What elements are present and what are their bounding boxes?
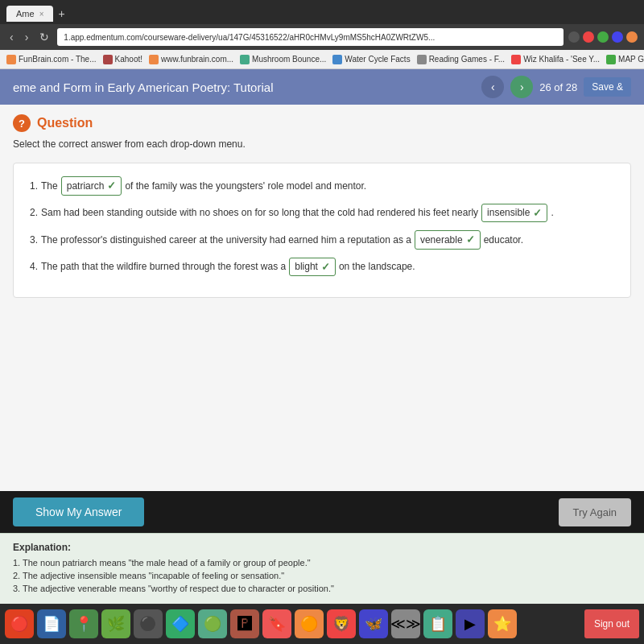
question-item-3: 3. The professor's distinguished career … [30,230,614,250]
item1-answer-text: patriarch [67,179,105,193]
bookmark-icon-map [606,55,616,64]
question-item-1: 1. The patriarch ✓ of the family was the… [30,176,614,196]
item2-answer-text: insensible [487,205,530,220]
taskbar-icon-14[interactable]: 📋 [423,609,452,638]
bookmark-water[interactable]: Water Cycle Facts [332,55,410,64]
answer-buttons-row: Show My Answer Try Again [0,491,644,533]
active-tab[interactable]: Ame × [6,6,53,22]
bookmark-icon-mushroom [240,55,250,64]
bookmark-icon-kahoot [103,55,113,64]
item1-after: of the family was the youngsters' role m… [125,179,366,193]
content-area: ? Question Select the correct answer fro… [0,105,644,491]
show-answer-button[interactable]: Show My Answer [13,497,144,526]
taskbar-icon-3[interactable]: 📍 [69,609,98,638]
item4-number: 4. [30,259,38,274]
bookmark-icon-wiz [511,55,521,64]
browser-icon-5 [626,31,638,43]
bookmark-icon-funbrain2 [149,55,159,64]
taskbar-icon-12[interactable]: 🦋 [359,609,388,638]
save-button[interactable]: Save & [584,77,631,97]
try-again-button[interactable]: Try Again [559,498,631,526]
question-item-4: 4. The path that the wildfire burned thr… [30,258,614,277]
next-page-btn[interactable]: › [510,76,533,98]
item4-after: on the landscape. [339,259,415,274]
explanation-title: Explanation: [13,542,631,553]
taskbar-icon-9[interactable]: 🔖 [262,609,291,638]
bookmark-wiz[interactable]: Wiz Khalifa - 'See Y... [511,55,600,64]
bookmark-icon-reading [417,55,427,64]
progress-indicator: 26 of 28 [539,81,577,93]
sign-out-button[interactable]: Sign out [584,609,639,638]
question-label: Question [37,116,93,130]
bookmark-mushroom[interactable]: Mushroom Bounce... [240,55,326,64]
taskbar: 🔴 📄 📍 🌿 ⚫ 🔷 🟢 🅿 🔖 🟠 🦁 🦋 ≪≫ 📋 ▶ ⭐ Sign ou… [0,604,644,644]
item1-check-icon: ✓ [107,178,116,194]
browser-icon-4 [612,31,623,43]
refresh-btn[interactable]: ↻ [36,29,52,45]
question-box: 1. The patriarch ✓ of the family was the… [13,163,631,298]
item3-before: The professor's distinguished career at … [41,233,411,247]
address-text: 1.app.edmentum.com/courseware-delivery/u… [64,33,435,42]
taskbar-icon-15[interactable]: ▶ [456,609,485,638]
taskbar-icon-16[interactable]: ⭐ [488,609,517,638]
bookmark-reading[interactable]: Reading Games - F... [417,55,505,64]
taskbar-icon-2[interactable]: 📄 [37,609,66,638]
item2-before: Sam had been standing outside with no sh… [41,205,478,220]
taskbar-icon-11[interactable]: 🦁 [327,609,356,638]
taskbar-icon-10[interactable]: 🟠 [295,609,324,638]
page-header: eme and Form in Early American Poetry: T… [0,69,644,105]
item3-answer-text: venerable [420,233,463,247]
new-tab-btn[interactable]: + [58,7,64,20]
tab-label: Ame [16,9,35,19]
browser-chrome: Ame × + ‹ › ↻ 1.app.edmentum.com/coursew… [0,0,644,69]
bookmark-map[interactable]: MAP Gr... [606,55,644,64]
taskbar-icon-7[interactable]: 🟢 [198,609,227,638]
explanation-item-3: 3. The adjective venerable means "worthy… [13,584,631,593]
address-bar-row: ‹ › ↻ 1.app.edmentum.com/courseware-deli… [0,24,644,50]
question-header: ? Question [13,114,631,132]
browser-icon-2 [583,31,594,43]
explanation-item-1: 1. The noun patriarch means "the male he… [13,558,631,568]
taskbar-icon-1[interactable]: 🔴 [5,609,34,638]
bookmark-kahoot[interactable]: Kahoot! [103,55,142,64]
explanation-item-2: 2. The adjective insensible means "incap… [13,571,631,580]
bookmark-funbrain2[interactable]: www.funbrain.com... [149,55,233,64]
bookmark-funbrain[interactable]: FunBrain.com - The... [6,55,97,64]
taskbar-icon-13[interactable]: ≪≫ [391,609,420,638]
taskbar-icon-5[interactable]: ⚫ [134,609,163,638]
forward-btn[interactable]: › [22,29,32,45]
taskbar-icon-4[interactable]: 🌿 [101,609,130,638]
back-btn[interactable]: ‹ [6,29,17,45]
item4-answer-text: blight [295,259,318,274]
address-bar[interactable]: 1.app.edmentum.com/courseware-delivery/u… [57,28,564,46]
item4-before: The path that the wildfire burned throug… [41,259,286,274]
tab-close-btn[interactable]: × [39,10,44,19]
browser-icon-1 [568,31,580,43]
item2-answer-dropdown[interactable]: insensible ✓ [481,204,547,223]
tab-bar: Ame × + [0,0,644,24]
item3-answer-dropdown[interactable]: venerable ✓ [415,230,481,250]
item1-before: The [41,179,58,193]
item3-number: 3. [30,233,38,247]
bookmark-icon-water [332,55,342,64]
question-item-2: 2. Sam had been standing outside with no… [30,204,614,223]
browser-icon-3 [597,31,609,43]
item2-check-icon: ✓ [533,205,542,221]
bookmarks-bar: FunBrain.com - The... Kahoot! www.funbra… [0,50,644,69]
taskbar-icon-8[interactable]: 🅿 [230,609,259,638]
item2-number: 2. [30,205,38,220]
prev-page-btn[interactable]: ‹ [481,76,504,98]
question-instruction: Select the correct answer from each drop… [13,138,631,150]
taskbar-icon-6[interactable]: 🔷 [166,609,195,638]
item1-number: 1. [30,179,38,193]
item3-after: educator. [484,233,523,247]
item1-answer-dropdown[interactable]: patriarch ✓ [61,176,122,196]
item4-answer-dropdown[interactable]: blight ✓ [289,258,336,277]
item2-after: . [551,205,553,220]
question-icon: ? [13,114,31,132]
item3-check-icon: ✓ [466,232,475,248]
header-controls: ‹ › 26 of 28 Save & [481,76,631,98]
item4-check-icon: ✓ [321,259,330,275]
browser-icons [568,31,638,43]
bookmark-icon-funbrain [6,55,16,64]
